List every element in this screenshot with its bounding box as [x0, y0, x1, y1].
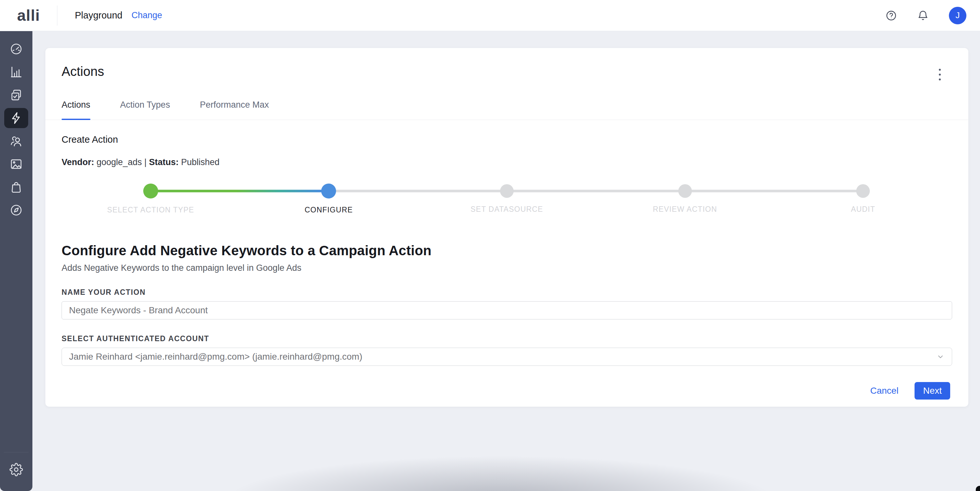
- avatar[interactable]: J: [949, 7, 966, 24]
- sidebar-item-audiences[interactable]: [4, 131, 28, 151]
- sidebar-item-insights[interactable]: [4, 62, 28, 82]
- sidebar-item-explore[interactable]: [4, 200, 28, 220]
- authenticated-account-label: SELECT AUTHENTICATED ACCOUNT: [62, 334, 952, 343]
- sidebar-footer-divider: [4, 452, 29, 453]
- topbar-divider: [57, 5, 57, 26]
- step-label: SET DATASOURCE: [471, 205, 543, 214]
- bottom-shadow: [152, 436, 849, 491]
- sidebar-footer: [0, 452, 32, 491]
- stepper: SELECT ACTION TYPE CONFIGURE SET DATASOU…: [62, 183, 952, 214]
- name-action-label: NAME YOUR ACTION: [62, 288, 952, 297]
- tab-action-types[interactable]: Action Types: [120, 100, 170, 120]
- sidebar-item-shopping[interactable]: [4, 177, 28, 197]
- step-dot-active: [321, 183, 336, 198]
- tab-actions[interactable]: Actions: [62, 100, 91, 120]
- chat-widget-corner[interactable]: [976, 486, 980, 491]
- more-options-icon[interactable]: [933, 65, 946, 84]
- card-body: Create Action Vendor: google_ads | Statu…: [45, 134, 968, 400]
- step-label: AUDIT: [851, 205, 875, 214]
- app-logo: alli: [0, 6, 57, 24]
- help-icon[interactable]: [885, 10, 897, 21]
- page-title: Actions: [62, 64, 104, 79]
- compass-icon: [10, 203, 23, 217]
- vendor-status-line: Vendor: google_ads | Status: Published: [62, 157, 952, 167]
- gear-icon: [10, 463, 23, 477]
- sidebar-item-creative[interactable]: [4, 154, 28, 174]
- topbar: alli Playground Change J: [0, 0, 980, 31]
- bar-chart-icon: [10, 65, 23, 79]
- step-select-action-type[interactable]: SELECT ACTION TYPE: [62, 183, 240, 214]
- vendor-label: Vendor:: [62, 157, 94, 167]
- sidebar-item-actions[interactable]: [4, 108, 28, 128]
- clipboard-check-icon: [10, 88, 23, 102]
- shopping-bag-icon: [10, 180, 23, 194]
- step-label: CONFIGURE: [305, 206, 353, 214]
- step-dot-pending: [500, 184, 514, 198]
- cancel-button[interactable]: Cancel: [870, 386, 898, 396]
- form-footer: Cancel Next: [62, 382, 952, 400]
- step-audit[interactable]: AUDIT: [774, 183, 952, 214]
- step-set-datasource[interactable]: SET DATASOURCE: [418, 183, 596, 214]
- section-title: Create Action: [62, 134, 952, 145]
- step-dot-complete: [143, 183, 158, 198]
- step-review-action[interactable]: REVIEW ACTION: [596, 183, 774, 214]
- status-value: Published: [181, 157, 220, 167]
- image-icon: [10, 157, 23, 171]
- action-name-input[interactable]: [62, 301, 952, 319]
- workspace-name: Playground: [75, 10, 123, 21]
- bell-icon[interactable]: [917, 10, 929, 21]
- change-workspace-link[interactable]: Change: [132, 10, 162, 21]
- tab-bar: Actions Action Types Performance Max: [45, 100, 968, 120]
- step-label: REVIEW ACTION: [653, 205, 717, 214]
- sidebar-item-dashboard[interactable]: [4, 39, 28, 59]
- form-subheading: Adds Negative Keywords to the campaign l…: [62, 263, 952, 273]
- card-header: Actions: [45, 48, 968, 84]
- sidebar: [0, 31, 32, 491]
- form-heading: Configure Add Negative Keywords to a Cam…: [62, 243, 952, 258]
- step-dot-pending: [856, 184, 870, 198]
- step-label: SELECT ACTION TYPE: [107, 206, 194, 214]
- stepper-steps: SELECT ACTION TYPE CONFIGURE SET DATASOU…: [62, 183, 952, 214]
- next-button[interactable]: Next: [915, 382, 950, 400]
- tab-performance-max[interactable]: Performance Max: [200, 100, 269, 120]
- step-configure[interactable]: CONFIGURE: [240, 183, 418, 214]
- actions-card: Actions Actions Action Types Performance…: [45, 48, 968, 407]
- sidebar-nav: [4, 39, 28, 223]
- vendor-value: google_ads: [97, 157, 142, 167]
- sidebar-item-settings[interactable]: [4, 459, 28, 480]
- meta-separator: |: [144, 157, 146, 167]
- chevron-down-icon: [936, 352, 945, 361]
- lightning-bolt-icon: [10, 111, 23, 125]
- authenticated-account-select[interactable]: Jamie Reinhard <jamie.reinhard@pmg.com> …: [62, 348, 952, 366]
- sidebar-item-tasks[interactable]: [4, 85, 28, 105]
- status-label: Status:: [149, 157, 179, 167]
- gauge-icon: [10, 42, 23, 56]
- selected-account-value: Jamie Reinhard <jamie.reinhard@pmg.com> …: [69, 352, 936, 362]
- users-icon: [10, 134, 23, 148]
- step-dot-pending: [678, 184, 692, 198]
